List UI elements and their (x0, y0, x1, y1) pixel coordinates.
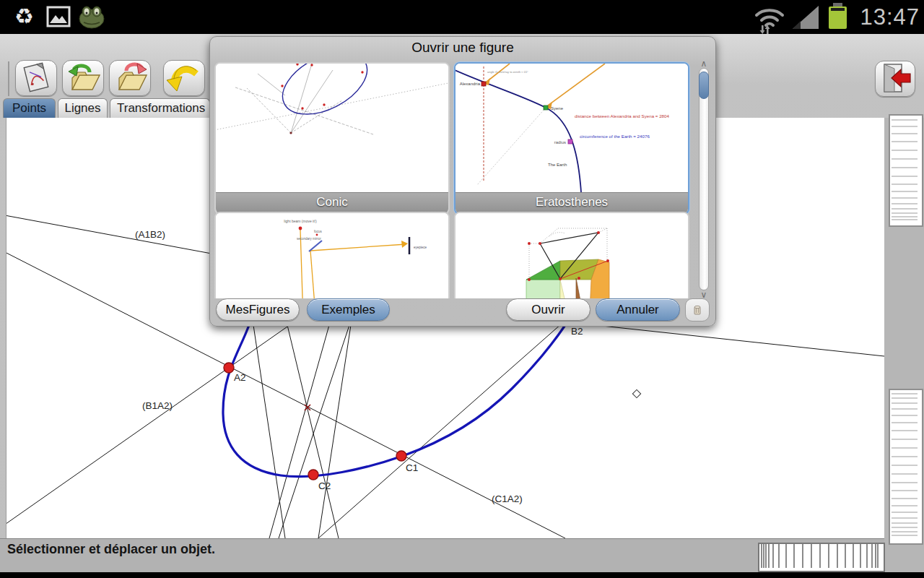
exemples-label: Exemples (321, 303, 375, 317)
bottom-edge (0, 572, 924, 578)
figure-card-eratosthenes[interactable]: angle t1 stick/ray to zenith ≈ 01° Alexa… (454, 62, 689, 215)
label-point-a2: A2 (234, 372, 246, 383)
tab-lignes[interactable]: Lignes (58, 98, 108, 118)
erato-earth-label: The Earth (548, 163, 567, 167)
exemples-button[interactable]: Exemples (307, 298, 390, 321)
line-fan-2[interactable] (287, 325, 339, 538)
recycle-icon: ♻ (14, 4, 34, 29)
annuler-button[interactable]: Annuler (596, 298, 680, 321)
conic-thumbnail-drawing (216, 64, 448, 192)
app-screen: ♻ (0, 0, 924, 578)
label-line-b1a2: (B1A2) (142, 400, 173, 411)
exit-app-button[interactable] (875, 61, 915, 97)
new-figure-icon (17, 61, 56, 94)
delete-figure-button[interactable] (685, 298, 710, 322)
erato-radius-label: radius (554, 140, 566, 144)
line-fan-5[interactable] (318, 325, 351, 538)
label-point-c1: C1 (406, 462, 418, 473)
telescope-thumbnail-drawing: light beam (move it!) focus secondary mi… (216, 213, 448, 298)
telescope-thumbnail: light beam (move it!) focus secondary mi… (216, 213, 448, 298)
line-fan-3[interactable] (269, 325, 329, 538)
erato-circumference-text: circumference of the Earth = 24076 (580, 134, 650, 139)
dialog-title: Ouvrir une figure (210, 40, 715, 56)
erato-syene-label: Syene (551, 106, 564, 111)
android-status-bar: ♻ (0, 0, 924, 34)
scrollbar-thumb[interactable] (699, 72, 709, 99)
line-fan-4[interactable] (279, 325, 349, 538)
figure-card-solid-net[interactable] (454, 212, 689, 298)
line-b1a2[interactable] (6, 325, 289, 527)
ouvrir-button[interactable]: Ouvrir (506, 298, 590, 321)
undo-arrow-icon (165, 61, 204, 94)
erato-distance-text: distance between Alexandria and Syena = … (575, 113, 669, 118)
figure-label-eratosthenes: Eratosthenes (456, 192, 688, 212)
figure-card-telescope[interactable]: light beam (move it!) focus secondary mi… (214, 212, 450, 298)
exit-door-icon (877, 61, 913, 95)
magnification-slider[interactable] (758, 543, 885, 572)
status-bar-clock: 13:47 (860, 4, 920, 30)
open-figure-dialog: Ouvrir une figure (209, 36, 716, 327)
point-a2[interactable] (224, 363, 234, 373)
new-figure-button[interactable] (15, 60, 57, 96)
tab-transformations-label: Transformations (117, 101, 205, 116)
solid-net-thumbnail-drawing (456, 213, 688, 298)
open-figure-button[interactable] (62, 60, 104, 96)
open-folder-green-icon (64, 61, 103, 94)
erato-angle-note: angle t1 stick/ray to zenith ≈ 01° (487, 70, 528, 74)
toolbar-divider (8, 61, 9, 96)
point-c1[interactable] (396, 451, 406, 461)
line-fan-1[interactable] (253, 325, 285, 538)
telescope-eyepiece-label: eyepiece (414, 246, 427, 249)
save-figure-button[interactable] (109, 60, 151, 96)
solid-net-thumbnail (456, 213, 688, 298)
line-a1b2-right[interactable] (602, 326, 884, 356)
tab-points[interactable]: Points (3, 98, 56, 118)
point-c2[interactable] (308, 470, 318, 480)
label-point-c2: C2 (318, 480, 331, 491)
scroll-up-icon[interactable]: ∧ (699, 59, 709, 69)
figure-label-conic: Conic (216, 192, 448, 212)
wifi-icon (752, 5, 785, 37)
dialog-scrollbar: ∧ ∨ (697, 60, 710, 298)
free-points[interactable] (224, 363, 406, 480)
zoom-slider-top[interactable] (889, 114, 923, 227)
ouvrir-label: Ouvrir (531, 303, 565, 317)
diamond-point[interactable] (632, 389, 640, 397)
tab-transformations[interactable]: Transformations (110, 98, 210, 118)
undo-button[interactable] (163, 60, 205, 96)
mes-figures-button[interactable]: MesFigures (216, 298, 300, 321)
conic-curve[interactable] (223, 325, 565, 477)
annuler-label: Annuler (616, 303, 659, 317)
battery-icon (829, 7, 847, 29)
open-folder-red-icon (110, 61, 149, 94)
conic-thumbnail (216, 64, 448, 192)
eratosthenes-thumbnail: angle t1 stick/ray to zenith ≈ 01° Alexa… (456, 64, 688, 192)
zoom-slider-bottom[interactable] (889, 389, 923, 545)
frog-icon (78, 4, 105, 32)
gallery-icon (46, 6, 71, 30)
telescope-lightbeam-label: light beam (move it!) (284, 219, 317, 223)
mes-figures-label: MesFigures (226, 303, 290, 317)
telescope-focus-label: focus (314, 230, 323, 233)
figure-card-conic[interactable]: Conic (214, 62, 450, 215)
line-a1b2-left[interactable] (6, 215, 212, 254)
cell-signal-icon (793, 6, 820, 32)
status-message: Sélectionner et déplacer un objet. (7, 542, 215, 557)
label-line-a1b2: (A1B2) (135, 229, 165, 240)
erato-alexandria-label: Alexandria (460, 82, 481, 86)
eratosthenes-thumbnail-drawing: angle t1 stick/ray to zenith ≈ 01° Alexa… (456, 64, 688, 192)
trash-icon (692, 304, 702, 316)
label-line-c1a2: (C1A2) (492, 493, 523, 504)
telescope-mirror-label: secondary mirror (297, 237, 321, 241)
label-point-b2: B2 (571, 326, 583, 337)
tab-lignes-label: Lignes (64, 101, 100, 116)
tab-points-label: Points (12, 101, 46, 116)
figure-list: Conic (214, 59, 694, 298)
scrollbar-track[interactable] (699, 68, 709, 290)
